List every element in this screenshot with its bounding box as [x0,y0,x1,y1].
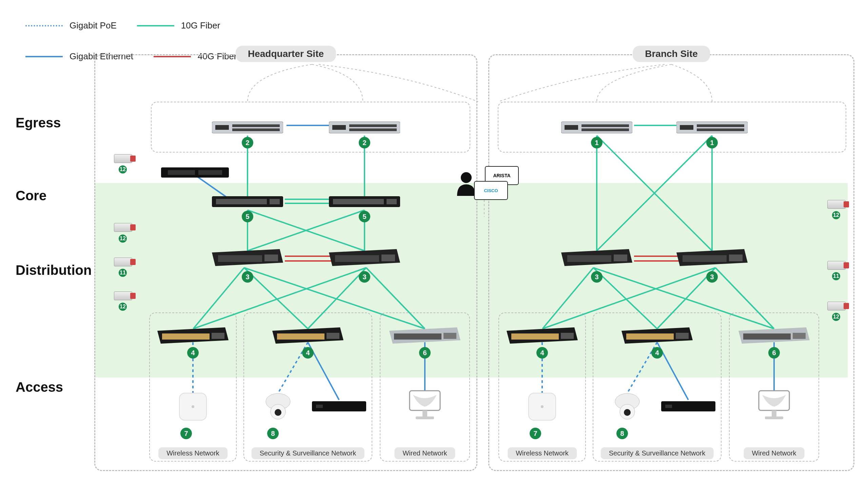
device-badge: 3 [242,271,253,283]
module-badge: 12 [119,165,127,174]
sublabel-wireless: Wireless Network [158,447,228,459]
egress-router-icon [329,119,400,135]
wireless-ap-icon [178,391,208,422]
svg-rect-69 [381,255,395,261]
device-badge: 8 [267,428,279,439]
svg-point-95 [192,405,194,408]
dist-switch-icon [676,248,748,269]
svg-rect-107 [665,405,672,408]
svg-rect-41 [232,124,280,127]
device-badge: 5 [242,211,253,222]
device-badge: 4 [187,347,199,359]
svg-rect-40 [215,125,229,130]
module-badge: 12 [832,211,840,219]
device-badge: 1 [591,137,603,148]
svg-rect-112 [772,410,776,416]
svg-rect-75 [729,255,743,261]
device-badge: 4 [302,347,314,359]
svg-rect-80 [277,333,324,340]
wireless-ap-icon [527,391,557,422]
camera-icon [614,391,641,422]
device-badge: 4 [536,347,548,359]
svg-rect-72 [614,255,627,261]
sfp-module-icon [827,302,846,310]
sublabel-security: Security & Surveillance Network [252,447,364,459]
sfp-module-icon [114,223,132,232]
legend-label: Gigabit PoE [70,20,117,31]
svg-rect-44 [332,125,346,130]
svg-rect-105 [316,405,323,408]
access-switch-icon [157,327,229,344]
svg-rect-78 [212,333,224,339]
svg-rect-57 [198,170,222,175]
sfp-module-icon [827,200,846,209]
egress-router-icon [676,119,748,135]
sublabel-wireless: Wireless Network [508,447,577,459]
layer-egress-label: Egress [16,115,61,130]
device-badge: 7 [180,428,192,439]
camera-icon [264,391,292,422]
svg-rect-52 [680,125,693,130]
device-badge: 6 [768,347,780,359]
svg-rect-42 [232,128,280,131]
svg-rect-53 [697,124,744,127]
sublabel-security: Security & Surveillance Network [601,447,714,459]
svg-rect-81 [327,333,339,339]
svg-rect-48 [565,125,578,130]
egress-router-icon [561,119,632,135]
nvr-icon [312,399,366,415]
hq-site-label: Headquarter Site [236,46,336,62]
device-badge: 6 [419,347,431,359]
module-badge: 11 [119,269,127,277]
svg-rect-50 [581,128,629,131]
device-badge: 2 [242,137,253,148]
dist-switch-icon [329,248,400,269]
device-badge: 3 [591,271,603,283]
nvr-icon [661,399,715,415]
svg-rect-62 [333,199,384,204]
svg-rect-113 [765,416,783,419]
branch-site-label: Branch Site [633,46,710,62]
hq-egress-frame [151,102,470,152]
core-switch-icon [212,194,283,209]
svg-rect-110 [416,416,434,419]
layer-core-label: Core [16,188,46,203]
device-badge: 4 [651,347,663,359]
svg-rect-68 [335,255,379,262]
qsfp-module-icon [114,258,132,266]
device-badge: 8 [616,428,628,439]
workstation-icon [755,388,793,422]
svg-rect-77 [162,333,210,340]
egress-router-icon [212,119,283,135]
legend-label: 10G Fiber [181,20,220,31]
device-badge: 1 [706,137,718,148]
device-badge: 3 [706,271,718,283]
access-switch-icon [622,327,693,344]
layer-distribution-label: Distribution [16,263,92,278]
legend-item: Gigabit PoE [25,20,117,31]
svg-rect-92 [743,333,791,340]
svg-rect-59 [216,199,267,204]
sfp-module-icon [114,291,132,300]
qsfp-module-icon [827,261,846,270]
svg-rect-90 [676,333,689,339]
core-switch-icon [329,194,400,209]
layer-access-label: Access [16,380,63,395]
sublabel-wired: Wired Network [394,447,455,459]
svg-point-100 [275,409,281,416]
svg-point-114 [461,172,472,183]
svg-rect-46 [349,128,397,131]
dist-switch-icon [561,248,632,269]
device-badge: 2 [359,137,370,148]
access-switch-icon [507,327,578,344]
svg-rect-65 [218,255,262,262]
svg-rect-60 [270,199,280,204]
svg-rect-71 [567,255,611,262]
svg-rect-89 [626,333,674,340]
svg-rect-74 [683,255,727,262]
module-badge: 12 [119,303,127,311]
svg-rect-87 [561,333,574,339]
svg-point-103 [624,409,631,416]
cisco-monitor-icon: CISCO [474,181,508,200]
access-switch-icon [389,327,460,344]
